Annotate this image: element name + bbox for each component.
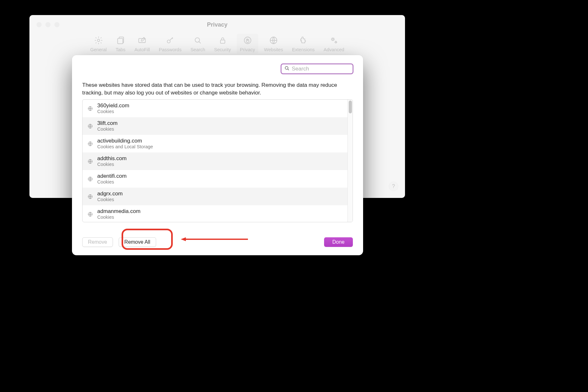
- tab-general[interactable]: General: [87, 34, 110, 54]
- website-detail: Cookies: [97, 215, 140, 220]
- hand-icon: [243, 36, 252, 45]
- website-row[interactable]: adentifi.comCookies: [83, 170, 347, 188]
- gear-icon: [94, 36, 103, 45]
- search-icon: [193, 36, 203, 45]
- tab-label: Extensions: [292, 47, 315, 52]
- website-domain: adgrx.com: [97, 191, 123, 197]
- tab-label: Advanced: [324, 47, 345, 52]
- tab-privacy[interactable]: Privacy: [237, 34, 258, 54]
- sheet-button-bar: Remove Remove All Done: [82, 237, 353, 247]
- tab-security[interactable]: Security: [211, 34, 234, 54]
- website-domain: addthis.com: [97, 155, 127, 162]
- tabs-icon: [116, 36, 125, 45]
- globe-icon: [87, 123, 93, 129]
- tab-label: Privacy: [240, 47, 255, 52]
- website-detail: Cookies: [97, 197, 123, 202]
- website-row[interactable]: 360yield.comCookies: [83, 100, 347, 117]
- puzzle-icon: [298, 36, 308, 45]
- tab-passwords[interactable]: Passwords: [155, 34, 185, 54]
- website-domain: adentifi.com: [97, 173, 127, 179]
- website-detail: Cookies and Local Storage: [97, 144, 153, 150]
- website-row[interactable]: admanmedia.comCookies: [83, 205, 347, 222]
- sheet-description: These websites have stored data that can…: [82, 81, 353, 97]
- tab-advanced[interactable]: Advanced: [321, 34, 348, 54]
- manage-website-data-sheet: These websites have stored data that can…: [72, 55, 363, 255]
- website-row[interactable]: addthis.comCookies: [83, 152, 347, 170]
- globe-icon: [87, 141, 93, 147]
- key-icon: [165, 36, 175, 45]
- gears-icon: [329, 36, 339, 45]
- website-domain: admanmedia.com: [97, 208, 140, 215]
- search-input[interactable]: [292, 66, 360, 72]
- website-data-list: 360yield.comCookies3lift.comCookiesactiv…: [82, 99, 353, 222]
- website-row[interactable]: activebuilding.comCookies and Local Stor…: [83, 135, 347, 152]
- website-domain: activebuilding.com: [97, 138, 153, 144]
- website-domain: 360yield.com: [97, 102, 129, 109]
- tab-extensions[interactable]: Extensions: [289, 34, 318, 54]
- button-label: Remove: [88, 239, 107, 245]
- preferences-toolbar: General Tabs AutoFill Passwords Search: [29, 34, 405, 54]
- lock-icon: [218, 36, 227, 45]
- window-title: Privacy: [29, 21, 405, 28]
- scrollbar-thumb[interactable]: [349, 101, 352, 113]
- website-domain: 3lift.com: [97, 120, 117, 127]
- website-detail: Cookies: [97, 179, 127, 185]
- globe-icon: [269, 36, 278, 45]
- website-detail: Cookies: [97, 127, 117, 132]
- globe-icon: [87, 158, 93, 165]
- list-scrollbar[interactable]: [347, 100, 353, 222]
- tab-label: Websites: [264, 47, 283, 52]
- tab-tabs[interactable]: Tabs: [112, 34, 129, 54]
- search-icon: [284, 65, 290, 72]
- svg-rect-5: [220, 40, 225, 43]
- done-button[interactable]: Done: [324, 237, 353, 247]
- search-field-wrapper: [281, 63, 354, 74]
- tab-label: Security: [214, 47, 231, 52]
- tab-label: General: [90, 47, 107, 52]
- svg-point-8: [332, 38, 334, 40]
- svg-point-9: [335, 42, 337, 43]
- tab-label: Tabs: [115, 47, 125, 52]
- website-detail: Cookies: [97, 162, 127, 167]
- button-label: Done: [332, 239, 345, 245]
- svg-point-4: [195, 38, 200, 42]
- tab-label: Passwords: [159, 47, 181, 52]
- globe-icon: [87, 211, 93, 217]
- help-button[interactable]: ?: [389, 182, 398, 191]
- tab-autofill[interactable]: AutoFill: [131, 34, 153, 54]
- autofill-icon: [137, 36, 147, 45]
- svg-point-3: [167, 40, 170, 43]
- remove-button[interactable]: Remove: [82, 237, 113, 247]
- svg-rect-1: [117, 38, 123, 44]
- svg-point-10: [285, 66, 288, 69]
- tab-label: AutoFill: [134, 47, 150, 52]
- website-row[interactable]: adgrx.comCookies: [83, 188, 347, 205]
- globe-icon: [87, 193, 93, 200]
- tab-label: Search: [190, 47, 205, 52]
- globe-icon: [87, 176, 93, 182]
- globe-icon: [87, 105, 93, 112]
- tab-websites[interactable]: Websites: [261, 34, 286, 54]
- website-row[interactable]: 3lift.comCookies: [83, 117, 347, 135]
- button-label: Remove All: [124, 239, 150, 245]
- svg-point-0: [97, 39, 99, 41]
- tab-search[interactable]: Search: [187, 34, 208, 54]
- remove-all-button[interactable]: Remove All: [119, 237, 156, 247]
- website-detail: Cookies: [97, 109, 129, 114]
- help-icon: ?: [392, 184, 395, 189]
